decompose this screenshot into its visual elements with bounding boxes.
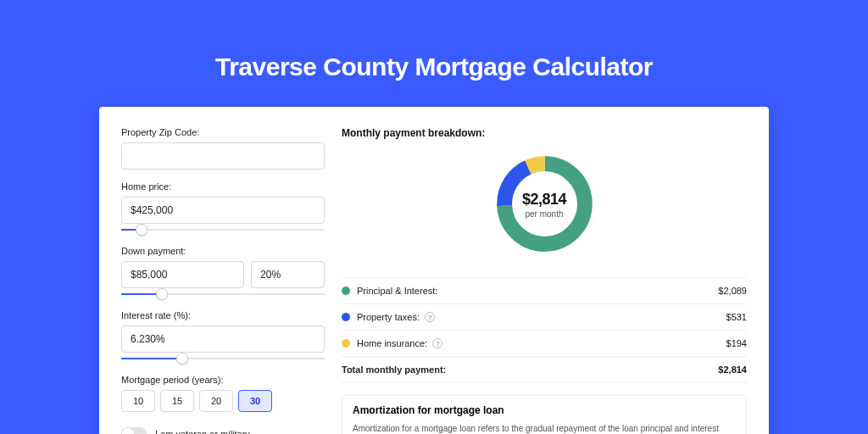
swatch-insurance (342, 339, 350, 348)
home-price-slider[interactable] (121, 225, 325, 234)
down-payment-pct-input[interactable] (251, 261, 325, 288)
donut-chart: $2,814 per month (492, 151, 598, 257)
breakdown-row-principal: Principal & Interest: $2,089 (342, 278, 747, 304)
zip-label: Property Zip Code: (121, 127, 325, 137)
down-payment-label: Down payment: (121, 246, 325, 256)
amortization-box: Amortization for mortgage loan Amortizat… (342, 395, 747, 434)
breakdown-column: Monthly payment breakdown: $2,814 per mo… (342, 127, 747, 434)
amortization-text: Amortization for a mortgage loan refers … (353, 423, 736, 434)
breakdown-title: Monthly payment breakdown: (342, 127, 747, 139)
period-button-15[interactable]: 15 (160, 390, 194, 412)
form-column: Property Zip Code: Home price: Down paym… (121, 127, 325, 434)
interest-label: Interest rate (%): (121, 310, 325, 320)
period-group: Mortgage period (years): 10 15 20 30 (121, 375, 325, 412)
breakdown-row-total: Total monthly payment: $2,814 (342, 357, 747, 383)
help-icon[interactable]: ? (432, 338, 442, 348)
breakdown-row-insurance: Home insurance: ? $194 (342, 331, 747, 357)
interest-input[interactable] (121, 326, 325, 353)
slider-fill (121, 358, 182, 359)
slider-thumb[interactable] (156, 288, 168, 300)
slider-thumb[interactable] (136, 224, 147, 236)
total-label: Total monthly payment: (342, 364, 446, 375)
period-button-10[interactable]: 10 (121, 390, 155, 412)
period-button-30[interactable]: 30 (238, 390, 272, 412)
zip-group: Property Zip Code: (121, 127, 325, 170)
veteran-label: I am veteran or military (155, 429, 250, 434)
row-label: Property taxes: (357, 312, 420, 322)
donut-area: $2,814 per month (342, 147, 747, 267)
page-title: Traverse County Mortgage Calculator (0, 0, 868, 107)
interest-group: Interest rate (%): (121, 310, 325, 363)
period-label: Mortgage period (years): (121, 375, 325, 385)
donut-sub: per month (522, 209, 566, 218)
period-options: 10 15 20 30 (121, 390, 325, 412)
row-value: $2,089 (718, 286, 747, 296)
row-value: $194 (726, 338, 747, 348)
swatch-principal (342, 287, 350, 295)
amortization-title: Amortization for mortgage loan (353, 404, 736, 416)
row-value: $531 (726, 312, 747, 322)
row-label: Home insurance: (357, 338, 427, 348)
total-value: $2,814 (718, 364, 747, 375)
period-button-20[interactable]: 20 (199, 390, 233, 412)
breakdown-list: Principal & Interest: $2,089 Property ta… (342, 277, 747, 383)
interest-slider[interactable] (121, 354, 325, 363)
veteran-toggle[interactable] (121, 427, 147, 434)
down-payment-input[interactable] (121, 261, 244, 288)
donut-amount: $2,814 (522, 190, 566, 208)
breakdown-row-taxes: Property taxes: ? $531 (342, 304, 747, 331)
home-price-input[interactable] (121, 197, 325, 224)
slider-thumb[interactable] (176, 353, 188, 364)
down-payment-slider[interactable] (121, 290, 325, 298)
swatch-taxes (342, 313, 350, 321)
page-root: Traverse County Mortgage Calculator Prop… (0, 0, 868, 434)
down-payment-group: Down payment: (121, 246, 325, 298)
zip-input[interactable] (121, 142, 325, 170)
help-icon[interactable]: ? (425, 312, 435, 322)
home-price-group: Home price: (121, 181, 325, 234)
calculator-card: Property Zip Code: Home price: Down paym… (99, 107, 769, 434)
slider-track (121, 229, 325, 231)
home-price-label: Home price: (121, 181, 325, 192)
veteran-row: I am veteran or military (121, 427, 325, 434)
donut-center: $2,814 per month (522, 190, 566, 218)
row-label: Principal & Interest: (357, 286, 437, 296)
